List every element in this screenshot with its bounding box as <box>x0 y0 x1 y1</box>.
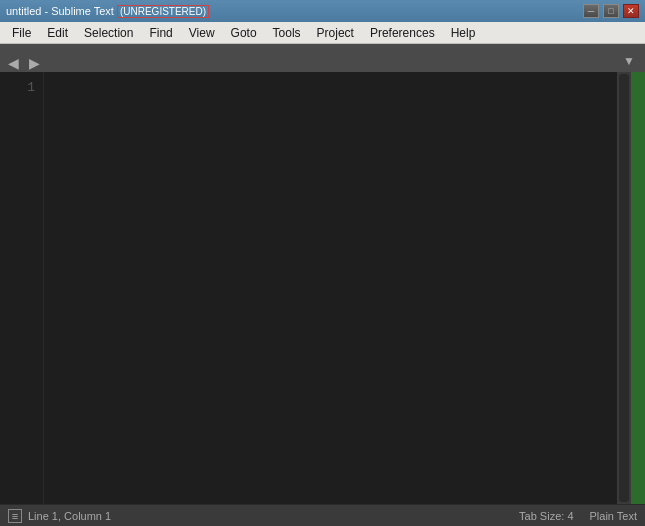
minimap <box>631 72 645 504</box>
syntax-label[interactable]: Plain Text <box>590 510 638 522</box>
title-unregistered: (UNREGISTERED) <box>117 5 209 18</box>
menu-item-project[interactable]: Project <box>309 22 362 43</box>
menu-bar: FileEditSelectionFindViewGotoToolsProjec… <box>0 22 645 44</box>
editor-main[interactable] <box>44 72 617 504</box>
window-controls: ─ □ ✕ <box>583 4 639 18</box>
status-icon: ≡ <box>8 509 22 523</box>
line-numbers: 1 <box>0 72 44 504</box>
status-bar: ≡ Line 1, Column 1 Tab Size: 4 Plain Tex… <box>0 504 645 526</box>
tab-bar-left: ◀ ▶ <box>4 54 44 72</box>
menu-item-view[interactable]: View <box>181 22 223 43</box>
right-scrollbar[interactable] <box>617 72 631 504</box>
title-text: untitled - Sublime Text (UNREGISTERED) <box>6 5 209 18</box>
minimize-button[interactable]: ─ <box>583 4 599 18</box>
menu-item-selection[interactable]: Selection <box>76 22 141 43</box>
tab-nav-right[interactable]: ▶ <box>25 54 44 72</box>
scrollbar-track <box>619 74 629 502</box>
menu-item-file[interactable]: File <box>4 22 39 43</box>
menu-item-help[interactable]: Help <box>443 22 484 43</box>
title-appname: Sublime Text <box>51 5 114 17</box>
title-separator: - <box>44 5 48 17</box>
tab-size-label[interactable]: Tab Size: 4 <box>519 510 573 522</box>
cursor-position: Line 1, Column 1 <box>28 510 111 522</box>
menu-item-edit[interactable]: Edit <box>39 22 76 43</box>
line-number-1: 1 <box>4 78 35 97</box>
menu-item-tools[interactable]: Tools <box>265 22 309 43</box>
menu-item-find[interactable]: Find <box>141 22 180 43</box>
tab-bar: ◀ ▶ ▼ <box>0 44 645 72</box>
menu-item-preferences[interactable]: Preferences <box>362 22 443 43</box>
status-left: ≡ Line 1, Column 1 <box>8 509 111 523</box>
status-right: Tab Size: 4 Plain Text <box>519 510 637 522</box>
title-bar: untitled - Sublime Text (UNREGISTERED) ─… <box>0 0 645 22</box>
menu-item-goto[interactable]: Goto <box>223 22 265 43</box>
editor-container: 1 <box>0 72 645 504</box>
maximize-button[interactable]: □ <box>603 4 619 18</box>
editor-textarea[interactable] <box>44 72 617 504</box>
tab-nav-left[interactable]: ◀ <box>4 54 23 72</box>
close-button[interactable]: ✕ <box>623 4 639 18</box>
tab-dropdown-button[interactable]: ▼ <box>617 50 641 72</box>
title-filename: untitled <box>6 5 41 17</box>
